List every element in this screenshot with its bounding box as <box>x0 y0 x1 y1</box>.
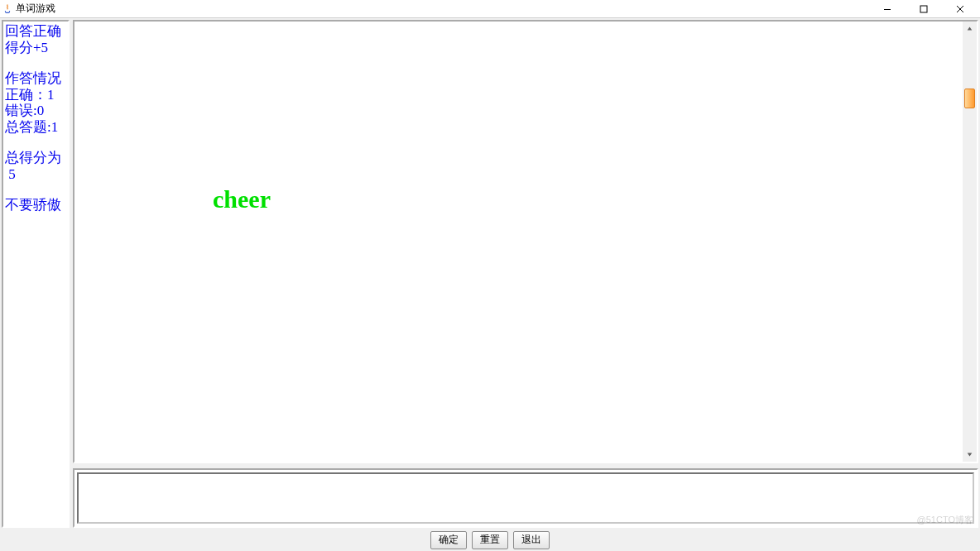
total-score-block: 总得分为 5 <box>5 150 66 182</box>
stats-block: 作答情况 正确：1 错误:0 总答题:1 <box>5 70 66 135</box>
correct-count: 正确：1 <box>5 87 55 103</box>
stats-header: 作答情况 <box>5 70 61 86</box>
total-score-value: 5 <box>5 166 16 182</box>
right-column: cheer <box>73 20 978 528</box>
java-icon <box>2 3 13 15</box>
client-area: 回答正确 得分+5 作答情况 正确：1 错误:0 总答题:1 总得分为 5 不要… <box>0 18 980 528</box>
result-line: 回答正确 <box>5 23 61 39</box>
svg-rect-0 <box>884 9 891 10</box>
result-block: 回答正确 得分+5 <box>5 23 66 55</box>
scroll-up-arrow[interactable] <box>963 22 977 36</box>
vertical-scrollbar[interactable] <box>963 22 977 462</box>
titlebar: 单词游戏 <box>0 0 980 18</box>
falling-word: cheer <box>213 185 271 213</box>
score-delta: 得分+5 <box>5 40 48 55</box>
ok-button[interactable]: 确定 <box>430 531 467 549</box>
status-sidebar: 回答正确 得分+5 作答情况 正确：1 错误:0 总答题:1 总得分为 5 不要… <box>2 20 70 528</box>
exit-button[interactable]: 退出 <box>513 531 550 549</box>
close-button[interactable] <box>942 0 978 17</box>
word-canvas: cheer <box>73 20 978 463</box>
remark-text: 不要骄傲 <box>5 197 61 213</box>
button-bar: 确定 重置 退出 <box>0 528 980 551</box>
scroll-down-arrow[interactable] <box>963 448 977 462</box>
window-title: 单词游戏 <box>16 2 55 16</box>
total-count: 总答题:1 <box>5 119 58 135</box>
svg-rect-1 <box>920 6 927 12</box>
scroll-thumb[interactable] <box>964 89 975 108</box>
maximize-button[interactable] <box>906 0 942 17</box>
window-controls <box>869 0 978 17</box>
app-window: 单词游戏 回答正确 得分+5 作答情况 正确：1 错误:0 总答题:1 总得分为… <box>0 0 980 551</box>
total-score-label: 总得分为 <box>5 150 61 165</box>
reset-button[interactable]: 重置 <box>472 531 508 549</box>
answer-input[interactable] <box>77 472 974 524</box>
wrong-count: 错误:0 <box>5 103 44 118</box>
scroll-track[interactable] <box>963 36 977 448</box>
remark-block: 不要骄傲 <box>5 197 66 213</box>
minimize-button[interactable] <box>869 0 906 17</box>
answer-input-panel <box>73 468 978 528</box>
